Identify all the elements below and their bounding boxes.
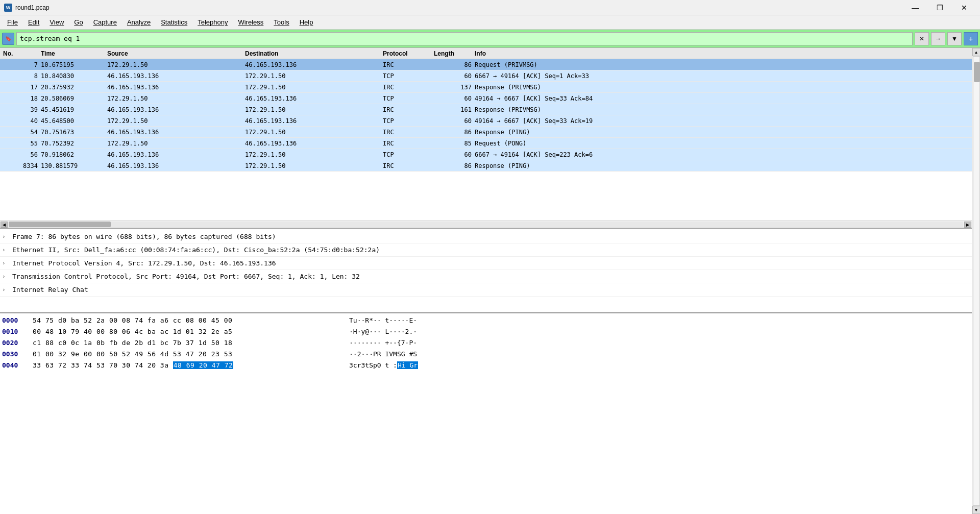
menu-tools[interactable]: Tools	[268, 16, 294, 28]
hex-row: 0040 33 63 72 33 74 53 70 30 74 20 3a 48…	[2, 359, 970, 371]
header-source[interactable]: Source	[107, 50, 245, 57]
cell-no: 8	[0, 72, 41, 80]
cell-time: 20.375932	[41, 84, 107, 91]
header-destination[interactable]: Destination	[245, 50, 383, 57]
cell-time: 70.752392	[41, 140, 107, 147]
menu-view[interactable]: View	[44, 16, 69, 28]
header-info[interactable]: Info	[475, 50, 972, 57]
cell-source: 46.165.193.136	[107, 129, 245, 136]
packet-row[interactable]: 40 45.648500 172.29.1.50 46.165.193.136 …	[0, 115, 972, 127]
minimize-button[interactable]: —	[903, 0, 927, 15]
detail-text: Internet Relay Chat	[12, 286, 88, 293]
vertical-scrollbar[interactable]: ▲ ▼	[972, 48, 980, 514]
cell-info: 6667 → 49164 [ACK] Seq=223 Ack=6	[475, 151, 972, 158]
scroll-thumb[interactable]	[974, 62, 980, 82]
cell-length: 60	[434, 72, 475, 80]
menu-capture[interactable]: Capture	[88, 16, 122, 28]
expand-arrow-icon[interactable]: ›	[2, 273, 12, 280]
close-button[interactable]: ✕	[952, 0, 976, 15]
menu-wireless[interactable]: Wireless	[233, 16, 268, 28]
menu-file[interactable]: File	[2, 16, 23, 28]
scroll-track[interactable]	[973, 56, 980, 506]
hex-ascii: ··2···PR IVMSG #S	[349, 350, 417, 358]
cell-protocol: IRC	[383, 61, 434, 68]
scroll-down-button[interactable]: ▼	[972, 506, 981, 514]
cell-source: 172.29.1.50	[107, 61, 245, 68]
packet-list-header: No. Time Source Destination Protocol Len…	[0, 48, 972, 59]
cell-destination: 172.29.1.50	[245, 72, 383, 80]
title-bar-left: W round1.pcap	[4, 4, 50, 12]
filter-input[interactable]	[16, 32, 913, 45]
filter-bookmark-icon[interactable]: 🔖	[2, 33, 14, 45]
cell-time: 45.451619	[41, 106, 107, 113]
detail-text: Transmission Control Protocol, Src Port:…	[12, 273, 360, 280]
cell-length: 161	[434, 106, 475, 113]
expand-arrow-icon[interactable]: ›	[2, 286, 12, 293]
title-bar: W round1.pcap — ❐ ✕	[0, 0, 980, 15]
detail-row[interactable]: › Ethernet II, Src: Dell_fa:a6:cc (00:08…	[0, 243, 972, 257]
cell-destination: 172.29.1.50	[245, 162, 383, 169]
cell-source: 172.29.1.50	[107, 95, 245, 102]
menu-telephony[interactable]: Telephony	[192, 16, 233, 28]
detail-row[interactable]: › Internet Protocol Version 4, Src: 172.…	[0, 257, 972, 270]
packet-row[interactable]: 56 70.918062 46.165.193.136 172.29.1.50 …	[0, 149, 972, 160]
menu-go[interactable]: Go	[69, 16, 88, 28]
cell-destination: 46.165.193.136	[245, 117, 383, 125]
expand-arrow-icon[interactable]: ›	[2, 247, 12, 253]
hex-offset: 0020	[2, 339, 33, 347]
filter-add-button[interactable]: +	[964, 32, 978, 45]
window-title: round1.pcap	[15, 4, 50, 11]
filter-dropdown-button[interactable]: ▼	[947, 32, 962, 45]
scroll-up-button[interactable]: ▲	[972, 48, 981, 56]
menu-analyze[interactable]: Analyze	[122, 16, 156, 28]
menu-help[interactable]: Help	[295, 16, 318, 28]
detail-row[interactable]: › Internet Relay Chat	[0, 283, 972, 297]
filter-bar: 🔖 ✕ → ▼ +	[0, 30, 980, 48]
packet-row[interactable]: 55 70.752392 172.29.1.50 46.165.193.136 …	[0, 138, 972, 149]
menu-statistics[interactable]: Statistics	[156, 16, 192, 28]
cell-time: 20.586069	[41, 95, 107, 102]
cell-protocol: IRC	[383, 162, 434, 169]
content-area: No. Time Source Destination Protocol Len…	[0, 48, 972, 514]
cell-destination: 172.29.1.50	[245, 84, 383, 91]
packet-row[interactable]: 17 20.375932 46.165.193.136 172.29.1.50 …	[0, 82, 972, 93]
window-controls: — ❐ ✕	[903, 0, 976, 15]
header-no[interactable]: No.	[0, 50, 41, 57]
cell-destination: 46.165.193.136	[245, 95, 383, 102]
maximize-button[interactable]: ❐	[928, 0, 951, 15]
cell-length: 85	[434, 140, 475, 147]
cell-source: 46.165.193.136	[107, 162, 245, 169]
app-icon: W	[4, 4, 12, 12]
detail-text: Internet Protocol Version 4, Src: 172.29…	[12, 259, 276, 267]
expand-arrow-icon[interactable]: ›	[2, 260, 12, 266]
filter-clear-button[interactable]: ✕	[915, 32, 929, 45]
hex-highlight: 48 69 20 47 72	[173, 361, 234, 369]
header-protocol[interactable]: Protocol	[383, 50, 434, 57]
packet-row[interactable]: 8334 130.881579 46.165.193.136 172.29.1.…	[0, 160, 972, 172]
packet-list: No. Time Source Destination Protocol Len…	[0, 48, 972, 229]
cell-length: 86	[434, 61, 475, 68]
filter-arrow-button[interactable]: →	[931, 32, 945, 45]
detail-text: Frame 7: 86 bytes on wire (688 bits), 86…	[12, 233, 276, 240]
packet-row[interactable]: 54 70.751673 46.165.193.136 172.29.1.50 …	[0, 127, 972, 138]
detail-row[interactable]: › Transmission Control Protocol, Src Por…	[0, 270, 972, 283]
horizontal-scrollbar[interactable]: ◀ ▶	[0, 221, 972, 228]
cell-info: Response (PING)	[475, 129, 972, 136]
cell-time: 130.881579	[41, 162, 107, 169]
expand-arrow-icon[interactable]: ›	[2, 233, 12, 240]
hex-offset: 0030	[2, 350, 33, 358]
menu-edit[interactable]: Edit	[23, 16, 44, 28]
packet-row[interactable]: 18 20.586069 172.29.1.50 46.165.193.136 …	[0, 93, 972, 104]
cell-no: 54	[0, 129, 41, 136]
packet-row[interactable]: 39 45.451619 46.165.193.136 172.29.1.50 …	[0, 104, 972, 115]
hex-bytes: 00 48 10 79 40 00 80 06 4c ba ac 1d 01 3…	[33, 328, 349, 335]
header-length[interactable]: Length	[434, 50, 475, 57]
header-time[interactable]: Time	[41, 50, 107, 57]
cell-time: 10.840830	[41, 72, 107, 80]
hex-offset: 0040	[2, 361, 33, 369]
packet-row[interactable]: 7 10.675195 172.29.1.50 46.165.193.136 I…	[0, 59, 972, 70]
detail-row[interactable]: › Frame 7: 86 bytes on wire (688 bits), …	[0, 230, 972, 243]
cell-info: Response (PRIVMSG)	[475, 106, 972, 113]
packet-detail: › Frame 7: 86 bytes on wire (688 bits), …	[0, 229, 972, 313]
packet-row[interactable]: 8 10.840830 46.165.193.136 172.29.1.50 T…	[0, 70, 972, 82]
